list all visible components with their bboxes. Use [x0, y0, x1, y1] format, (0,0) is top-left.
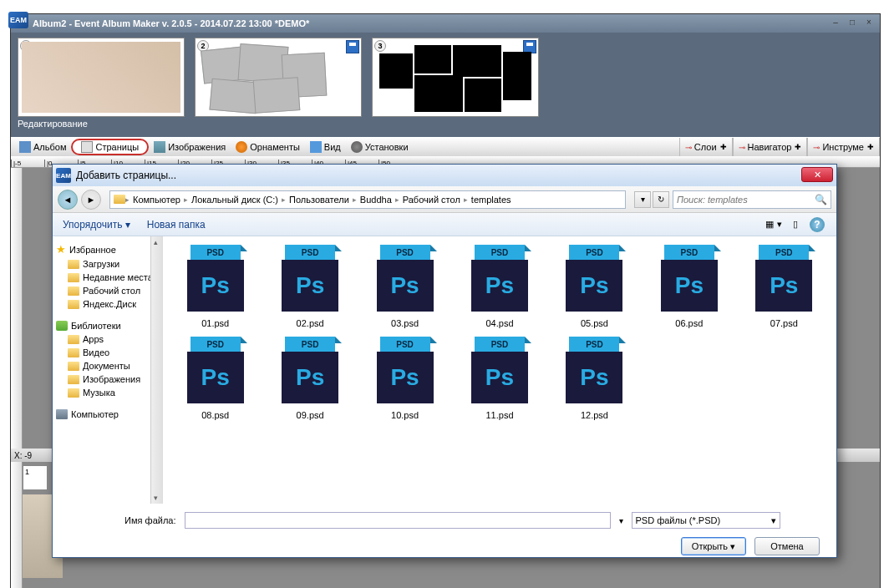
ornaments-icon	[236, 141, 247, 153]
psd-icon: PSDPs	[656, 245, 723, 315]
close-button[interactable]: ×	[861, 16, 876, 28]
tools-panel-tab[interactable]: ⊸Инструме✚	[807, 138, 880, 156]
ruler-vertical	[11, 168, 23, 588]
file-item[interactable]: PSDPs10.psd	[359, 335, 450, 422]
file-label: 01.psd	[201, 318, 229, 328]
file-item[interactable]: PSDPs09.psd	[264, 335, 355, 422]
tree-item[interactable]: Apps	[53, 332, 162, 346]
page-thumb-1[interactable]: 1 Редактирование	[18, 38, 185, 132]
nav-back-button[interactable]: ◄	[58, 190, 78, 210]
psd-icon: PSDPs	[466, 337, 533, 407]
file-item[interactable]: PSDPs02.psd	[264, 243, 355, 330]
main-toolbar: Альбом Страницы Изображения Орнаменты Ви…	[11, 137, 880, 156]
tree-computer[interactable]: Компьютер	[53, 408, 162, 421]
preview-pane-button[interactable]: ▯	[786, 216, 805, 233]
psd-icon: PSDPs	[372, 245, 439, 315]
view-icon	[310, 141, 322, 153]
organize-button[interactable]: Упорядочить ▾	[63, 219, 130, 231]
folder-icon	[68, 348, 79, 357]
file-item[interactable]: PSDPs01.psd	[170, 243, 261, 330]
dialog-toolbar: Упорядочить ▾ Новая папка ▦ ▾ ▯ ?	[53, 213, 836, 236]
view-button[interactable]: Вид	[305, 138, 346, 156]
help-icon: ?	[810, 217, 825, 232]
collage-preview	[376, 42, 535, 113]
psd-icon: PSDPs	[182, 245, 249, 315]
page-thumbnails: 1 Редактирование 2 3	[11, 33, 880, 137]
page-thumb-2[interactable]: 2	[195, 38, 362, 132]
psd-icon: PSDPs	[182, 337, 249, 407]
file-open-dialog: EAM Добавить страницы... ✕ ◄ ► ▸ Компьют…	[52, 164, 837, 558]
history-dropdown-button[interactable]: ▾	[634, 191, 651, 208]
breadcrumb[interactable]: Компьютер	[130, 195, 184, 205]
file-item[interactable]: PSDPs07.psd	[739, 243, 830, 330]
images-button[interactable]: Изображения	[149, 138, 231, 156]
folder-tree[interactable]: ★Избранное Загрузки Недавние места Рабоч…	[53, 236, 163, 504]
dialog-close-button[interactable]: ✕	[801, 167, 833, 182]
tree-item[interactable]: Рабочий стол	[53, 284, 162, 297]
tree-libraries[interactable]: Библиотеки	[53, 319, 162, 332]
address-bar[interactable]: ▸ Компьютер▸ Локальный диск (C:)▸ Пользо…	[109, 190, 626, 209]
filename-input[interactable]	[185, 512, 611, 529]
psd-icon: PSDPs	[561, 337, 627, 407]
title-bar: Album2 - Event Album Maker v. 2.0.5 - 20…	[11, 14, 880, 33]
help-button[interactable]: ?	[808, 216, 826, 233]
psd-icon: PSDPs	[750, 245, 817, 315]
file-item[interactable]: PSDPs03.psd	[359, 243, 450, 330]
dialog-footer: Имя файла: ▾ PSD файлы (*.PSD)▾ Открыть …	[53, 504, 836, 564]
breadcrumb[interactable]: templates	[468, 195, 515, 205]
tree-scrollbar[interactable]	[150, 236, 162, 504]
album-button[interactable]: Альбом	[14, 138, 71, 156]
ornaments-button[interactable]: Орнаменты	[231, 138, 305, 156]
navigator-panel-tab[interactable]: ⊸Навигатор✚	[733, 138, 808, 156]
maximize-button[interactable]: □	[845, 16, 860, 28]
window-title: Album2 - Event Album Maker v. 2.0.5 - 20…	[33, 18, 309, 28]
tree-item[interactable]: Музыка	[53, 386, 162, 399]
search-input[interactable]	[677, 195, 815, 205]
folder-icon	[68, 273, 79, 282]
tree-item[interactable]: Видео	[53, 346, 162, 359]
dialog-nav-bar: ◄ ► ▸ Компьютер▸ Локальный диск (C:)▸ По…	[53, 186, 836, 213]
file-item[interactable]: PSDPs05.psd	[549, 243, 640, 330]
tree-item[interactable]: Загрузки	[53, 257, 162, 271]
view-mode-button[interactable]: ▦ ▾	[765, 216, 783, 233]
file-item[interactable]: PSDPs06.psd	[643, 243, 734, 330]
tree-item[interactable]: Документы	[53, 359, 162, 373]
breadcrumb[interactable]: Локальный диск (C:)	[188, 195, 282, 205]
search-box[interactable]: 🔍	[673, 190, 831, 209]
new-folder-button[interactable]: Новая папка	[147, 219, 206, 231]
dialog-body: ★Избранное Загрузки Недавние места Рабоч…	[53, 236, 836, 504]
mini-page-thumb[interactable]: 1	[23, 465, 48, 490]
tree-item[interactable]: Изображения	[53, 373, 162, 386]
settings-button[interactable]: Установки	[346, 138, 414, 156]
filetype-combo[interactable]: PSD файлы (*.PSD)▾	[632, 512, 780, 529]
cancel-button[interactable]: Отмена	[754, 537, 820, 555]
refresh-button[interactable]: ↻	[653, 191, 669, 208]
breadcrumb[interactable]: Рабочий стол	[399, 195, 464, 205]
breadcrumb[interactable]: Buddha	[357, 195, 395, 205]
file-label: 02.psd	[297, 318, 324, 328]
tree-item[interactable]: Яндекс.Диск	[53, 297, 162, 311]
pages-button[interactable]: Страницы	[71, 139, 149, 155]
file-item[interactable]: PSDPs08.psd	[170, 335, 261, 422]
dialog-title-bar: EAM Добавить страницы... ✕	[53, 165, 836, 186]
breadcrumb[interactable]: Пользователи	[286, 195, 353, 205]
file-item[interactable]: PSDPs12.psd	[549, 335, 640, 422]
file-list[interactable]: PSDPs01.psdPSDPs02.psdPSDPs03.psdPSDPs04…	[163, 236, 836, 504]
album-icon	[19, 141, 31, 153]
app-icon: EAM	[8, 12, 28, 28]
page-label: Редактирование	[18, 119, 185, 129]
star-icon: ★	[56, 243, 66, 256]
folder-icon	[68, 300, 79, 309]
folder-icon	[68, 375, 79, 384]
address-tools: ▾ ↻	[634, 191, 669, 208]
page-thumb-3[interactable]: 3	[372, 38, 539, 132]
tree-item[interactable]: Недавние места	[53, 271, 162, 284]
open-button[interactable]: Открыть ▾	[681, 537, 746, 555]
folder-icon	[68, 260, 79, 269]
file-item[interactable]: PSDPs11.psd	[454, 335, 545, 422]
nav-forward-button[interactable]: ►	[81, 190, 101, 210]
layers-panel-tab[interactable]: ⊸Слои✚	[679, 138, 733, 156]
minimize-button[interactable]: –	[828, 16, 843, 28]
file-item[interactable]: PSDPs04.psd	[454, 243, 545, 330]
tree-favorites[interactable]: ★Избранное	[53, 241, 162, 257]
